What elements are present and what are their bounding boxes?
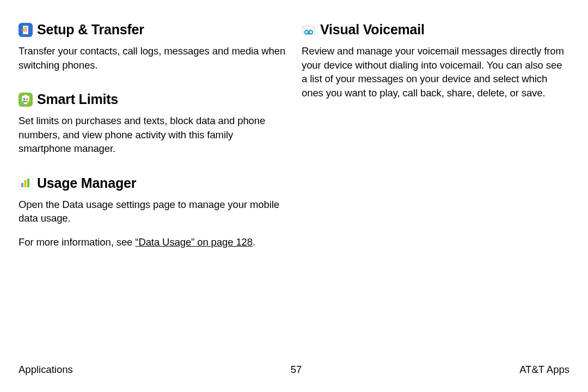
body-visual-voicemail: Review and manage your voicemail message… (302, 44, 569, 100)
footer-page-number: 57 (291, 364, 302, 376)
setup-transfer-icon (19, 23, 33, 37)
smart-limits-icon (19, 93, 33, 107)
heading-setup-transfer: Setup & Transfer (19, 22, 286, 38)
heading-visual-voicemail: Visual Voicemail (302, 22, 569, 38)
text: Set limits on purchases and texts, block… (19, 114, 286, 156)
left-column: Setup & Transfer Transfer your contacts,… (19, 22, 286, 268)
section-visual-voicemail: Visual Voicemail Review and manage your … (302, 22, 569, 100)
heading-usage-manager: Usage Manager (19, 175, 286, 191)
section-smart-limits: Smart Limits Set limits on purchases and… (19, 91, 286, 156)
title-smart-limits: Smart Limits (37, 91, 118, 107)
title-usage-manager: Usage Manager (37, 175, 136, 191)
content-columns: Setup & Transfer Transfer your contacts,… (19, 22, 569, 268)
text: Review and manage your voicemail message… (302, 44, 569, 100)
xref-prefix: For more information, see (19, 236, 135, 248)
page-footer: Applications 57 AT&T Apps (19, 364, 569, 376)
svg-rect-7 (27, 179, 29, 187)
xref-suffix: . (253, 236, 255, 248)
body-setup-transfer: Transfer your contacts, call logs, messa… (19, 44, 286, 72)
text: Open the Data usage settings page to man… (19, 198, 286, 225)
body-smart-limits: Set limits on purchases and texts, block… (19, 114, 286, 156)
svg-point-3 (26, 98, 28, 100)
svg-rect-5 (21, 183, 23, 187)
section-usage-manager: Usage Manager Open the Data usage settin… (19, 175, 286, 249)
body-usage-manager: Open the Data usage settings page to man… (19, 198, 286, 249)
right-column: Visual Voicemail Review and manage your … (302, 22, 569, 268)
text: Transfer your contacts, call logs, messa… (19, 44, 286, 72)
svg-point-2 (23, 98, 26, 100)
usage-manager-icon (19, 176, 33, 190)
title-visual-voicemail: Visual Voicemail (320, 22, 425, 38)
footer-left: Applications (19, 364, 73, 376)
text-xref: For more information, see “Data Usage” o… (19, 235, 286, 249)
svg-rect-6 (24, 180, 27, 187)
section-setup-transfer: Setup & Transfer Transfer your contacts,… (19, 22, 286, 72)
title-setup-transfer: Setup & Transfer (37, 22, 144, 38)
heading-smart-limits: Smart Limits (19, 91, 286, 107)
footer-right: AT&T Apps (519, 364, 569, 376)
visual-voicemail-icon (302, 23, 316, 37)
data-usage-link[interactable]: “Data Usage” on page 128 (135, 236, 253, 248)
